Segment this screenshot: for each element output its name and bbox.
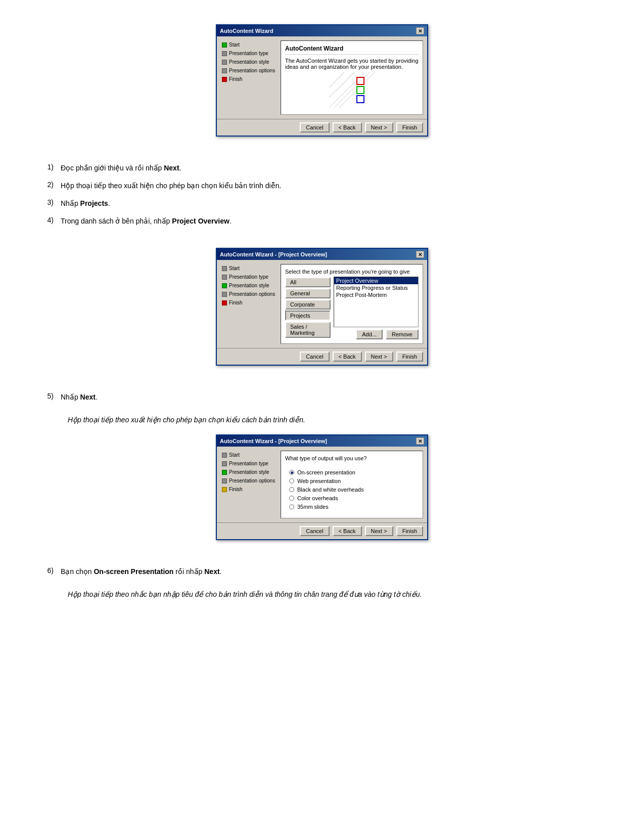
step-3-text: Nhấp Projects. (61, 198, 614, 209)
wizard1-finish-button[interactable]: Finish (396, 122, 423, 133)
w3-sidebar-prestype: Presentation type (221, 459, 277, 468)
doc-step-6: 6) Bạn chọn On-screen Presentation rồi n… (30, 561, 614, 589)
wizard1-sidebar: Start Presentation type Presentation sty… (221, 40, 277, 115)
wizard2-select-label: Select the type of presentation you're g… (285, 269, 419, 275)
w2-presstyle-dot (222, 283, 227, 288)
wizard2-cancel-button[interactable]: Cancel (300, 352, 329, 362)
wizard2-body: Start Presentation type Presentation sty… (217, 260, 427, 348)
wizard3-footer: Cancel < Back Next > Finish (217, 522, 427, 539)
step-5-number: 5) (30, 392, 61, 400)
wizard2-next-button[interactable]: Next > (365, 352, 393, 362)
sidebar-item-pres-options: Presentation options (221, 66, 277, 75)
wizard1-back-button[interactable]: < Back (333, 122, 362, 133)
radio-bw[interactable]: Black and white overheads (289, 487, 415, 493)
pres-item-post-mortem[interactable]: Project Post-Mortem (334, 291, 418, 298)
w3-presopts-dot (222, 478, 227, 484)
finish-dot (222, 77, 227, 82)
w2-sidebar-presopts: Presentation options (221, 290, 277, 298)
radio-web-circle (289, 478, 294, 484)
pres-item-reporting[interactable]: Reporting Progress or Status (334, 284, 418, 291)
add-button[interactable]: Add... (356, 329, 383, 339)
radio-35mm-circle (289, 504, 294, 509)
wizard2-finish-button[interactable]: Finish (396, 352, 423, 362)
w2-start-dot (222, 266, 227, 271)
w3-start-dot (222, 453, 227, 458)
pres-item-project-overview[interactable]: Project Overview (334, 277, 418, 284)
sidebar-start-label: Start (229, 42, 240, 48)
wizard2-container: AutoContent Wizard - [Project Overview] … (30, 248, 614, 378)
w3-sidebar-presstyle: Presentation style (221, 468, 277, 476)
w3-sidebar-start-label: Start (229, 452, 240, 458)
wizard1-close-button[interactable]: ✕ (416, 27, 424, 34)
radio-bw-circle (289, 487, 294, 492)
w3-finish-dot (222, 487, 227, 492)
wizard3-cancel-button[interactable]: Cancel (300, 526, 329, 536)
wizard2-close-button[interactable]: ✕ (416, 251, 424, 258)
wizard2-title-text: AutoContent Wizard - [Project Overview] (220, 251, 327, 257)
wizard3-question: What type of output will you use? (285, 455, 419, 461)
w2-sidebar-presstyle-label: Presentation style (229, 283, 269, 288)
step-1-text: Đọc phần giới thiệu và rồi nhấp Next. (61, 163, 614, 173)
w2-sidebar-prestype-label: Presentation type (229, 274, 268, 280)
wizard3-finish-button[interactable]: Finish (396, 526, 423, 536)
w2-sidebar-finish: Finish (221, 298, 277, 307)
start-dot (222, 42, 227, 48)
wizard2-back-button[interactable]: < Back (333, 352, 362, 362)
doc-step-5: 5) Nhấp Next. (30, 387, 614, 415)
svg-rect-7 (357, 96, 364, 103)
wizard2-sidebar: Start Presentation type Presentation sty… (221, 264, 277, 344)
step-2: 2) Hộp thoại tiếp theo xuất hiện cho phé… (30, 181, 614, 191)
remove-button[interactable]: Remove (386, 329, 419, 339)
wizard2-category-section: All General Corporate Projects Sales / M… (285, 277, 419, 339)
wizard-graphic (329, 72, 375, 108)
wizard3-sidebar: Start Presentation type Presentation sty… (221, 451, 277, 518)
w2-sidebar-prestype: Presentation type (221, 273, 277, 281)
wizard3-next-button[interactable]: Next > (365, 526, 393, 536)
category-btn-projects[interactable]: Projects (285, 311, 331, 321)
w3-presstyle-dot (222, 470, 227, 475)
wizard3-main-content: What type of output will you use? On-scr… (281, 451, 423, 518)
sidebar-presstyle-label: Presentation style (229, 59, 269, 65)
category-btn-corporate[interactable]: Corporate (285, 299, 331, 310)
radio-web[interactable]: Web presentation (289, 478, 415, 484)
step-6-text: Bạn chọn On-screen Presentation rồi nhấp… (61, 566, 614, 577)
step-6-number: 6) (30, 566, 61, 575)
step-1-number: 1) (30, 163, 61, 171)
w3-prestype-dot (222, 461, 227, 466)
svg-line-3 (329, 72, 354, 98)
w2-sidebar-presopts-label: Presentation options (229, 291, 275, 297)
presentations-panel: Project Overview Reporting Progress or S… (334, 277, 419, 339)
category-btn-general[interactable]: General (285, 288, 331, 298)
presstyle-dot (222, 60, 227, 65)
presentations-list[interactable]: Project Overview Reporting Progress or S… (334, 277, 419, 327)
wizard1-cancel-button[interactable]: Cancel (300, 122, 329, 133)
radio-color[interactable]: Color overheads (289, 495, 415, 501)
radio-color-label: Color overheads (297, 495, 338, 501)
radio-onscreen-circle (289, 470, 294, 475)
w3-sidebar-presstyle-label: Presentation style (229, 469, 269, 475)
step-4-number: 4) (30, 216, 61, 224)
wizard2-footer: Cancel < Back Next > Finish (217, 348, 427, 365)
wizard3-back-button[interactable]: < Back (333, 526, 362, 536)
step-4: 4) Trong danh sách ở bên phải, nhấp Proj… (30, 216, 614, 227)
step-5-text: Nhấp Next. (61, 392, 614, 403)
wizard2-main-content: Select the type of presentation you're g… (281, 264, 423, 344)
sidebar-finish-label: Finish (229, 76, 243, 82)
w3-sidebar-finish: Finish (221, 485, 277, 494)
svg-rect-5 (357, 77, 364, 84)
wizard1-next-button[interactable]: Next > (365, 122, 393, 133)
w3-sidebar-presopts-label: Presentation options (229, 478, 275, 484)
sidebar-item-pres-type: Presentation type (221, 49, 277, 58)
radio-onscreen[interactable]: On-screen presentation (289, 469, 415, 475)
step-3: 3) Nhấp Projects. (30, 198, 614, 209)
wizard3-close-button[interactable]: ✕ (416, 437, 424, 445)
wizard3-dialog: AutoContent Wizard - [Project Overview] … (216, 434, 428, 540)
category-btn-sales[interactable]: Sales / Marketing (285, 322, 331, 338)
prestype-dot (222, 51, 227, 56)
w2-sidebar-start-label: Start (229, 266, 240, 271)
radio-35mm[interactable]: 35mm slides (289, 504, 415, 510)
sidebar-presopts-label: Presentation options (229, 68, 275, 73)
wizard2-title-bar: AutoContent Wizard - [Project Overview] … (217, 249, 427, 260)
category-btn-all[interactable]: All (285, 277, 331, 287)
wizard1-title-text: AutoContent Wizard (220, 28, 273, 34)
